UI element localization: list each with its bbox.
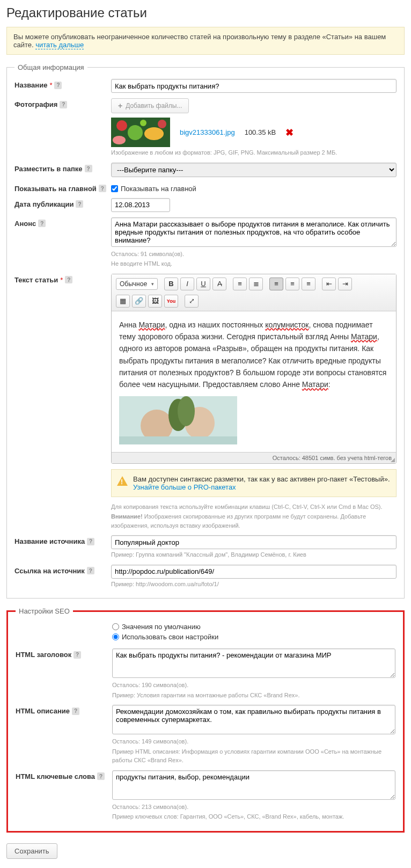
label-body: Текст статьи	[14, 276, 58, 284]
help-icon[interactable]: ?	[97, 772, 105, 780]
indent-button[interactable]: ⇥	[338, 278, 352, 290]
svg-point-3	[144, 127, 164, 140]
label-source-url: Ссылка на источник	[14, 567, 85, 575]
html-desc-hint2: Пример HTML описания: Информация о услов…	[112, 747, 395, 765]
seo-radio-custom[interactable]	[112, 633, 119, 640]
html-title-hint1: Осталось: 190 символа(ов).	[112, 681, 395, 690]
show-home-checkbox-label: Показывать на главной	[121, 185, 196, 193]
help-icon[interactable]: ?	[87, 538, 94, 545]
source-url-input[interactable]	[111, 565, 397, 579]
ul-button[interactable]: ≣	[249, 278, 263, 290]
pro-alert-text: Вам доступен синтаксис разметки, так как…	[133, 475, 390, 483]
pro-alert-link[interactable]: Узнайте больше о PRO-пакетах	[133, 483, 236, 491]
html-keywords-hint1: Осталось: 213 символа(ов).	[112, 803, 395, 812]
legend-general: Общая информация	[14, 63, 87, 71]
svg-point-2	[128, 125, 143, 140]
add-files-label: Добавить файлы...	[126, 102, 182, 110]
label-name: Название	[14, 81, 47, 89]
label-date: Дата публикации	[14, 200, 74, 208]
label-show-home: Показывать на главной	[14, 185, 97, 193]
underline-button[interactable]: U	[196, 278, 210, 290]
name-input[interactable]	[111, 79, 397, 93]
required-mark: *	[60, 276, 63, 284]
help-icon[interactable]: ?	[99, 185, 106, 192]
fieldset-seo: Настройки SEO Значения по умолчанию Испо…	[6, 607, 405, 833]
info-notice: Вы можете опубликовать неограниченное ко…	[6, 27, 405, 55]
ol-button[interactable]: ≡	[233, 278, 247, 290]
html-keywords-textarea[interactable]: продукты питания, выбор, рекомендации	[112, 770, 395, 800]
help-icon[interactable]: ?	[74, 651, 81, 659]
help-icon[interactable]: ?	[60, 101, 67, 108]
html-title-textarea[interactable]: Как выбрать продукты питания? - рекоменд…	[112, 648, 395, 678]
bold-button[interactable]: B	[164, 278, 178, 290]
add-files-button[interactable]: + Добавить файлы...	[111, 98, 189, 113]
help-icon[interactable]: ?	[54, 82, 62, 89]
editor-status: Осталось: 48501 симв. без учета html-тег…	[112, 452, 396, 463]
required-mark: *	[49, 81, 52, 89]
help-icon[interactable]: ?	[76, 200, 83, 208]
html-keywords-hint2: Пример ключевых слов: Гарантия, ООО «Сет…	[112, 812, 395, 821]
warning-icon	[117, 476, 128, 486]
help-icon[interactable]: ?	[85, 165, 92, 172]
folder-select[interactable]: ---Выберите папку---	[111, 163, 397, 177]
removeformat-button[interactable]: A̶	[212, 278, 226, 290]
svg-point-1	[116, 120, 127, 131]
seo-radio-custom-label: Использовать свои настройки	[122, 633, 218, 641]
label-photo: Фотография	[14, 100, 57, 108]
image-button[interactable]: 🖼	[148, 295, 162, 308]
page-title: Редактирование статьи	[6, 5, 405, 20]
announce-textarea[interactable]: Анна Матари рассказывает о выборе продук…	[111, 217, 397, 247]
announce-hint2: Не вводите HTML код.	[111, 259, 397, 268]
outdent-button[interactable]: ⇤	[322, 278, 336, 290]
label-source-name: Название источника	[14, 537, 85, 545]
align-right-button[interactable]: ≡	[302, 278, 315, 290]
notice-read-more-link[interactable]: читать дальше	[35, 41, 84, 49]
align-left-button[interactable]: ≡	[269, 278, 283, 290]
seo-radio-default-label: Значения по умолчанию	[122, 623, 201, 631]
align-center-button[interactable]: ≡	[285, 278, 299, 290]
date-input[interactable]	[111, 198, 170, 212]
copy-hint1: Для копирования текста используйте комби…	[111, 502, 397, 512]
label-html-title: HTML заголовок	[16, 651, 71, 659]
youtube-button[interactable]: You	[164, 295, 178, 308]
fullscreen-button[interactable]: ⤢	[185, 295, 199, 308]
photo-hint: Изображение в любом из форматов: JPG, GI…	[111, 148, 397, 157]
file-name-link[interactable]: bigv21333061.jpg	[180, 128, 235, 136]
html-desc-hint1: Осталось: 149 символа(ов).	[112, 737, 395, 746]
seo-radio-default[interactable]	[112, 623, 119, 630]
format-select[interactable]: Обычное	[116, 278, 158, 290]
help-icon[interactable]: ?	[65, 276, 72, 283]
plus-icon: +	[118, 101, 122, 110]
fieldset-general: Общая информация Название * ? Фотография…	[6, 63, 405, 599]
rich-editor: Обычное B I U A̶ ≡ ≣ ≡ ≡ ≡ ⇤ ⇥	[111, 274, 397, 464]
svg-point-11	[178, 396, 195, 426]
body-paragraph: Анна Матари, одна из наших постоянных ко…	[119, 319, 388, 391]
label-html-keywords: HTML ключевые слова	[16, 772, 95, 781]
editor-toolbar: Обычное B I U A̶ ≡ ≣ ≡ ≡ ≡ ⇤ ⇥	[112, 274, 396, 311]
show-home-checkbox[interactable]	[111, 185, 118, 192]
help-icon[interactable]: ?	[87, 567, 94, 574]
label-folder: Разместить в папке	[14, 165, 83, 173]
file-size: 100.35 kB	[245, 128, 276, 136]
announce-hint1: Осталось: 91 символа(ов).	[111, 250, 397, 259]
svg-rect-12	[119, 436, 237, 444]
label-html-desc: HTML описание	[16, 707, 70, 715]
pro-alert: Вам доступен синтаксис разметки, так как…	[111, 469, 397, 497]
help-icon[interactable]: ?	[38, 220, 46, 227]
editor-content[interactable]: Анна Матари, одна из наших постоянных ко…	[112, 311, 396, 452]
source-name-input[interactable]	[111, 535, 397, 549]
link-button[interactable]: 🔗	[132, 295, 146, 308]
italic-button[interactable]: I	[180, 278, 194, 290]
copy-hint2: Внимание! Изображения скопированные из д…	[111, 512, 397, 530]
file-delete-icon[interactable]: ✖	[285, 127, 293, 138]
source-url-hint: Пример: http://woodom.com.ua/ru/foto/1/	[111, 580, 397, 589]
svg-point-5	[113, 136, 126, 144]
label-announce: Анонс	[14, 220, 36, 228]
file-thumbnail	[111, 118, 170, 147]
help-icon[interactable]: ?	[72, 707, 79, 715]
table-button[interactable]: ▦	[116, 295, 130, 308]
html-desc-textarea[interactable]: Рекомендации домохозяйкам о том, как пра…	[112, 705, 395, 734]
save-button[interactable]: Сохранить	[6, 843, 57, 859]
svg-point-6	[140, 120, 146, 126]
body-inline-image	[119, 396, 237, 444]
